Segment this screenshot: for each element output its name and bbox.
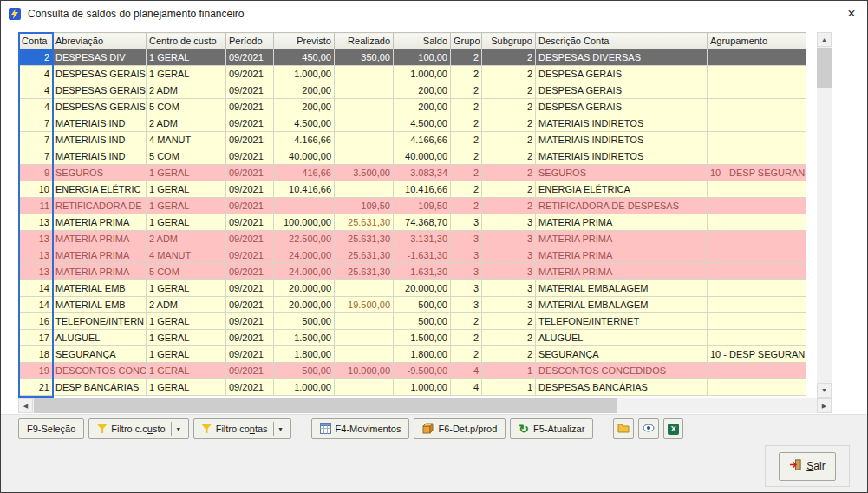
table-row[interactable]: 7MATERIAIS IND5 COM09/202140.000,0040.00… — [19, 148, 806, 165]
cell-saldo: 40.000,00 — [394, 148, 451, 165]
cell-saldo: -3.131,30 — [394, 231, 451, 247]
folder-button[interactable] — [613, 418, 634, 439]
cell-grupo: 3 — [451, 297, 482, 313]
filtro-ccusto-button[interactable]: Filtro c.custo ▾ — [88, 418, 188, 439]
cell-previsto: 10.416,66 — [274, 181, 335, 198]
table-row[interactable]: 13MATERIA PRIMA1 GERAL09/2021100.000,002… — [19, 214, 806, 231]
table-row[interactable]: 13MATERIA PRIMA2 ADM09/202122.500,0025.6… — [19, 231, 806, 247]
cell-periodo: 09/2021 — [226, 264, 274, 280]
table-row[interactable]: 2DESPESAS DIV1 GERAL09/2021450,00350,001… — [19, 49, 806, 66]
cell-agrupamento — [708, 330, 806, 346]
grid-body: 2DESPESAS DIV1 GERAL09/2021450,00350,001… — [19, 49, 806, 396]
f5-atualizar-button[interactable]: ↻ F5-Atualizar — [510, 418, 593, 439]
cell-realizado: 19.500,00 — [335, 297, 394, 313]
cell-realizado — [335, 132, 394, 148]
table-row[interactable]: 18SEGURANÇA1 GERAL09/20211.800,001.800,0… — [19, 346, 806, 363]
column-header-descricao[interactable]: Descrição Conta — [536, 33, 708, 49]
scroll-up-icon[interactable]: ▲ — [817, 32, 832, 47]
scroll-down-icon[interactable]: ▼ — [817, 383, 832, 398]
horizontal-scrollbar[interactable]: ◀ ▶ — [18, 398, 832, 413]
cell-periodo: 09/2021 — [226, 165, 274, 181]
table-row[interactable]: 14MATERIAL EMB2 ADM09/202120.000,0019.50… — [19, 297, 806, 313]
cell-conta: 4 — [19, 99, 53, 115]
column-header-conta[interactable]: Conta — [19, 33, 53, 49]
sair-button[interactable]: Sair — [779, 452, 835, 481]
view-button[interactable] — [638, 418, 659, 439]
table-row[interactable]: 11RETIFICADORA DE1 GERAL09/2021109,50-10… — [19, 198, 806, 214]
table-row[interactable]: 7MATERIAIS IND4 MANUT09/20214.166,664.16… — [19, 132, 806, 148]
cell-saldo: -1.631,30 — [394, 247, 451, 264]
eye-icon — [643, 424, 655, 434]
close-button[interactable]: × — [836, 1, 867, 27]
cell-periodo: 09/2021 — [226, 99, 274, 115]
window-title: Consulta de saldos do planejamento finan… — [28, 8, 245, 20]
table-row[interactable]: 4DESPESAS GERAIS2 ADM09/2021200,00200,00… — [19, 82, 806, 99]
f9-selecao-button[interactable]: F9-Seleção — [18, 418, 84, 439]
table-row[interactable]: 7MATERIAIS IND2 ADM09/20214.500,004.500,… — [19, 115, 806, 132]
f6-detprod-button[interactable]: F6-Det.p/prod — [414, 418, 506, 439]
cell-realizado — [335, 346, 394, 363]
cell-agrupamento — [708, 379, 806, 396]
cell-conta: 19 — [19, 363, 53, 379]
table-row[interactable]: 17ALUGUEL1 GERAL09/20211.500,001.500,002… — [19, 330, 806, 346]
table-row[interactable]: 4DESPESAS GERAIS5 COM09/2021200,00200,00… — [19, 99, 806, 115]
horizontal-scroll-thumb[interactable] — [34, 398, 617, 413]
cell-periodo: 09/2021 — [226, 297, 274, 313]
cell-subgrupo: 3 — [482, 214, 536, 231]
cell-subgrupo: 2 — [482, 115, 536, 132]
cell-grupo: 4 — [451, 379, 482, 396]
table-row[interactable]: 21DESP BANCÁRIAS1 GERAL09/20211.000,001.… — [19, 379, 806, 396]
cell-subgrupo: 2 — [482, 346, 536, 363]
cell-previsto: 1.500,00 — [274, 330, 335, 346]
table-row[interactable]: 19DESCONTOS CONCE1 GERAL09/2021500,0010.… — [19, 363, 806, 379]
table-row[interactable]: 13MATERIA PRIMA5 COM09/202124.000,0025.6… — [19, 264, 806, 280]
app-icon — [8, 7, 22, 21]
cell-conta: 7 — [19, 132, 53, 148]
chevron-down-icon[interactable]: ▾ — [279, 425, 283, 433]
cell-subgrupo: 2 — [482, 132, 536, 148]
table-row[interactable]: 16TELEFONE/INTERN1 GERAL09/2021500,00500… — [19, 313, 806, 330]
column-header-realizado[interactable]: Realizado — [335, 33, 394, 49]
vertical-scrollbar[interactable]: ▲ ▼ — [817, 32, 832, 398]
cell-saldo: 4.166,66 — [394, 132, 451, 148]
cell-previsto: 200,00 — [274, 99, 335, 115]
vertical-scroll-thumb[interactable] — [817, 48, 832, 88]
cell-centro: 1 GERAL — [147, 379, 226, 396]
column-header-abreviacao[interactable]: Abreviação — [53, 33, 147, 49]
cell-conta: 7 — [19, 148, 53, 165]
cell-periodo: 09/2021 — [226, 115, 274, 132]
table-row[interactable]: 14MATERIAL EMB1 GERAL09/202120.000,0020.… — [19, 280, 806, 297]
cell-subgrupo: 3 — [482, 280, 536, 297]
sair-panel: Sair — [765, 445, 850, 487]
chevron-down-icon[interactable]: ▾ — [177, 425, 180, 433]
f4-movimentos-button[interactable]: F4-Movimentos — [311, 418, 410, 439]
table-row[interactable]: 10ENERGIA ELÉTRIC1 GERAL09/202110.416,66… — [19, 181, 806, 198]
cell-conta: 18 — [19, 346, 53, 363]
cell-abreviacao: DESPESAS GERAIS — [53, 82, 147, 99]
column-header-centro[interactable]: Centro de custo — [147, 33, 226, 49]
cell-saldo: 100,00 — [394, 49, 451, 66]
column-header-saldo[interactable]: Saldo — [394, 33, 451, 49]
scroll-right-icon[interactable]: ▶ — [817, 398, 832, 413]
table-row[interactable]: 4DESPESAS GERAIS1 GERAL09/20211.000,001.… — [19, 66, 806, 82]
column-header-previsto[interactable]: Previsto — [274, 33, 335, 49]
column-header-periodo[interactable]: Período — [226, 33, 274, 49]
column-header-agrupamento[interactable]: Agrupamento — [708, 33, 806, 49]
cell-subgrupo: 3 — [482, 247, 536, 264]
cell-subgrupo: 3 — [482, 231, 536, 247]
filtro-contas-label: Filtro contas — [216, 424, 268, 434]
column-header-grupo[interactable]: Grupo — [451, 33, 482, 49]
table-row[interactable]: 9SEGUROS1 GERAL09/2021416,663.500,00-3.0… — [19, 165, 806, 181]
cell-centro: 1 GERAL — [147, 214, 226, 231]
cell-saldo: -1.631,30 — [394, 264, 451, 280]
cell-subgrupo: 2 — [482, 313, 536, 330]
column-header-subgrupo[interactable]: Subgrupo — [482, 33, 536, 49]
cell-centro: 5 COM — [147, 99, 226, 115]
filtro-contas-button[interactable]: Filtro contas ▾ — [193, 418, 291, 439]
scroll-left-icon[interactable]: ◀ — [18, 398, 33, 413]
table-row[interactable]: 13MATERIA PRIMA4 MANUT09/202124.000,0025… — [19, 247, 806, 264]
cell-previsto: 24.000,00 — [274, 247, 335, 264]
cell-abreviacao: DESP BANCÁRIAS — [53, 379, 147, 396]
cell-periodo: 09/2021 — [226, 330, 274, 346]
excel-export-button[interactable]: X — [663, 418, 683, 439]
